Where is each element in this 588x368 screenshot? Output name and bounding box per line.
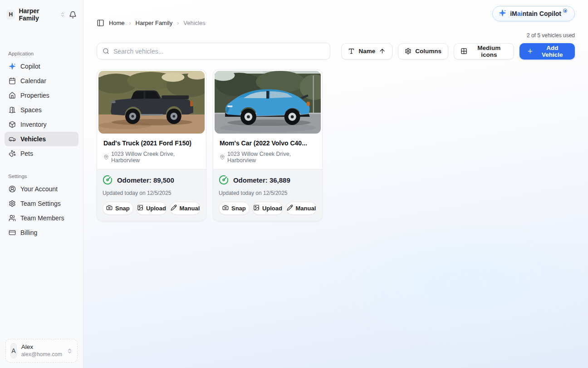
map-pin-icon	[220, 154, 225, 160]
panel-left-icon[interactable]	[97, 19, 104, 27]
map-pin-icon	[103, 154, 109, 160]
calendar-icon	[9, 77, 16, 85]
sidebar-section-application: Application Copilot Calendar Properties	[0, 46, 83, 161]
upload-button[interactable]: Upload	[136, 202, 167, 215]
workspace-avatar: H	[6, 10, 15, 20]
sidebar-item-properties[interactable]: Properties	[5, 88, 78, 103]
add-vehicle-label: Add Vehicle	[537, 45, 568, 58]
bell-icon[interactable]	[69, 11, 77, 19]
sidebar-item-team-members[interactable]: Team Members	[5, 211, 78, 225]
vehicle-address: 1023 Willow Creek Drive, Harborview	[220, 151, 316, 164]
sidebar: H Harper Family Application Copilot	[0, 0, 83, 368]
sidebar-item-label: Billing	[20, 229, 37, 236]
vehicle-card-body: Mom's Car (2022 Volvo C40... 1023 Willow…	[213, 135, 322, 169]
icon-size-button[interactable]: Medium icons	[454, 43, 514, 60]
snap-button[interactable]: Snap	[219, 202, 250, 215]
app-window: H Harper Family Application Copilot	[0, 0, 588, 368]
arrow-up-icon	[379, 48, 386, 55]
sidebar-section-settings: Settings Your Account Team Settings Team…	[0, 169, 83, 240]
sidebar-item-label: Team Members	[20, 214, 64, 222]
user-circle-icon	[9, 185, 16, 193]
gauge-icon	[103, 175, 113, 185]
camera-icon	[106, 204, 113, 212]
breadcrumb-family[interactable]: Harper Family	[136, 20, 173, 26]
snap-button[interactable]: Snap	[103, 202, 133, 215]
icon-size-label: Medium icons	[471, 45, 507, 58]
sidebar-item-vehicles[interactable]: Vehicles	[5, 132, 78, 146]
gauge-icon	[219, 175, 229, 185]
vehicle-card-moms-car[interactable]: Mom's Car (2022 Volvo C40... 1023 Willow…	[213, 69, 323, 221]
sidebar-item-pets[interactable]: Pets	[5, 146, 78, 161]
breadcrumb-vehicles: Vehicles	[183, 20, 205, 26]
vehicle-card-dads-truck[interactable]: Dad's Truck (2021 Ford F150) 1023 Willow…	[97, 69, 206, 221]
sidebar-item-label: Team Settings	[20, 200, 61, 207]
workspace-switcher[interactable]: H Harper Family	[0, 0, 83, 26]
sidebar-item-label: Your Account	[20, 185, 58, 193]
odometer-section: Odometer: 89,500 Updated today on 12/5/2…	[97, 169, 206, 221]
sidebar-item-billing[interactable]: Billing	[5, 225, 78, 240]
main-content: iMaintain Copilot Home › Harper Family ›…	[83, 0, 588, 368]
vehicle-title: Mom's Car (2022 Volvo C40...	[220, 139, 316, 147]
chevrons-up-down-icon	[67, 348, 73, 354]
odometer-updated: Updated today on 12/5/2025	[103, 190, 201, 196]
plus-icon	[527, 48, 534, 55]
search-input[interactable]	[113, 48, 325, 55]
columns-button[interactable]: Columns	[398, 43, 448, 60]
sidebar-item-inventory[interactable]: Inventory	[5, 117, 78, 132]
vehicle-card-body: Dad's Truck (2021 Ford F150) 1023 Willow…	[97, 135, 206, 169]
odometer-section: Odometer: 36,889 Updated today on 12/5/2…	[213, 169, 322, 221]
sidebar-item-label: Spaces	[20, 106, 42, 114]
camera-icon	[222, 204, 229, 212]
sort-button[interactable]: Name	[341, 43, 392, 60]
pencil-icon	[287, 204, 293, 212]
gear-icon	[405, 48, 412, 55]
sidebar-item-copilot[interactable]: Copilot	[5, 59, 78, 74]
vehicle-title: Dad's Truck (2021 Ford F150)	[103, 139, 200, 147]
vehicle-grid: Dad's Truck (2021 Ford F150) 1023 Willow…	[97, 69, 575, 221]
image-icon	[253, 204, 260, 212]
vehicle-photo-volvo	[215, 71, 321, 134]
sidebar-item-label: Properties	[20, 92, 49, 99]
package-icon	[9, 121, 16, 128]
sidebar-item-label: Inventory	[20, 121, 47, 128]
manual-button[interactable]: Manual	[286, 202, 317, 215]
copilot-badge-icon	[563, 9, 567, 13]
sidebar-item-your-account[interactable]: Your Account	[5, 182, 78, 196]
house-icon	[9, 92, 16, 99]
user-email: alex@home.com	[21, 351, 62, 358]
credit-card-icon	[9, 229, 16, 236]
user-name: Alex	[21, 343, 62, 351]
user-avatar: A	[10, 343, 17, 358]
manual-button[interactable]: Manual	[170, 202, 201, 215]
chevron-right-icon: ›	[129, 20, 131, 26]
type-icon	[348, 48, 355, 55]
section-label: Application	[5, 46, 78, 59]
sidebar-item-team-settings[interactable]: Team Settings	[5, 196, 78, 211]
image-icon	[137, 204, 143, 212]
upload-button[interactable]: Upload	[252, 202, 283, 215]
breadcrumb-home[interactable]: Home	[109, 20, 125, 26]
columns-label: Columns	[415, 48, 441, 55]
odometer-actions: Snap Upload Manual	[219, 202, 317, 215]
door-open-icon	[9, 106, 16, 114]
users-icon	[9, 214, 16, 222]
vehicles-usage-label: 2 of 5 vehicles used	[527, 32, 575, 39]
search-icon	[103, 48, 109, 55]
workspace-name: Harper Family	[19, 7, 56, 22]
car-icon	[9, 135, 16, 143]
odometer-updated: Updated today on 12/5/2025	[219, 190, 317, 196]
user-menu[interactable]: A Alex alex@home.com	[5, 339, 78, 363]
sidebar-item-calendar[interactable]: Calendar	[5, 74, 78, 88]
sidebar-item-spaces[interactable]: Spaces	[5, 103, 78, 117]
copilot-button-label: iMaintain Copilot	[510, 10, 561, 17]
search-box	[97, 43, 331, 60]
add-vehicle-button[interactable]: Add Vehicle	[519, 43, 575, 60]
vehicle-photo-truck	[98, 71, 205, 134]
imaintain-copilot-button[interactable]: iMaintain Copilot	[492, 6, 575, 21]
pencil-icon	[171, 204, 177, 212]
odometer-actions: Snap Upload Manual	[103, 202, 201, 215]
toolbar: 2 of 5 vehicles used Name	[97, 43, 575, 60]
sidebar-item-label: Copilot	[20, 63, 40, 70]
sidebar-item-label: Calendar	[20, 77, 46, 85]
chevron-right-icon: ›	[177, 20, 179, 26]
